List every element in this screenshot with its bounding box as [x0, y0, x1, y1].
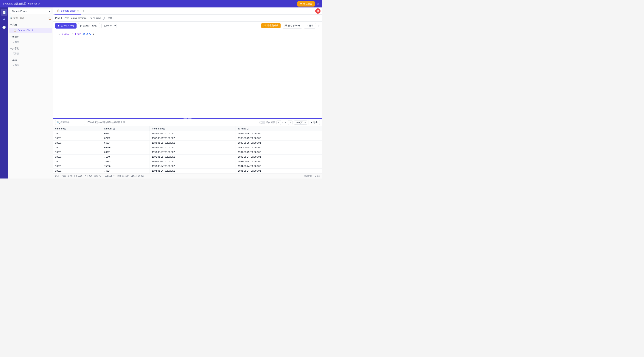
config-label: 现在配置 [303, 2, 312, 5]
code-editor[interactable]: 1 SELECT * FROM salary ; [53, 30, 322, 118]
tree-favorites-header[interactable]: ▾ 收藏的 [8, 34, 53, 40]
col-emp-no[interactable]: emp_no ⛾ [53, 126, 102, 131]
limit-select[interactable]: 1000 行 [101, 23, 116, 28]
search-input[interactable] [13, 17, 48, 19]
tree-favorites-section: ▾ 收藏的 无数据 [8, 33, 53, 45]
table-row[interactable]: 10001660741988-06-25T00:00:00Z1989-06-25… [53, 141, 322, 145]
sidebar-icon-db[interactable]: 🗄 [1, 16, 8, 23]
next-page-button[interactable]: › [288, 120, 292, 125]
explain-icon: ▶ [80, 24, 82, 27]
cell-from_date: 1988-06-25T00:00:00Z [150, 141, 236, 145]
prev-page-button[interactable]: ‹ [276, 120, 281, 125]
export-label: 导出 [313, 121, 318, 124]
code-text-1: SELECT * FROM salary ; [62, 32, 94, 35]
tree-item-sample-sheet[interactable]: 📋 Sample Sheet ··· [9, 27, 52, 33]
cell-from_date: 1990-06-25T00:00:00Z [150, 150, 236, 155]
cell-from_date: 1989-06-25T00:00:00Z [150, 145, 236, 150]
share-button[interactable]: ↗ 分享 [304, 23, 316, 28]
cell-emp_no: 10001 [53, 159, 102, 164]
resize-dot [184, 118, 187, 119]
table-row[interactable]: 10001665961989-06-25T00:00:00Z1990-06-25… [53, 145, 322, 150]
col-amount[interactable]: amount ⛾ [102, 126, 150, 131]
sheet-icon: 📋 [14, 29, 16, 31]
project-select[interactable]: Sample Project [10, 8, 51, 14]
explain-label: Explain (⌘+E) [83, 24, 98, 27]
table-row[interactable]: 10001669611990-06-25T00:00:00Z1991-06-25… [53, 150, 322, 155]
explain-button[interactable]: ▶ Explain (⌘+E) [78, 23, 100, 28]
tree-shared-header[interactable]: ▾ 共享的 [8, 46, 53, 51]
results-search-placeholder: 搜索结果 [60, 121, 70, 124]
table-row[interactable]: 10001601171986-06-26T00:00:00Z1987-06-26… [53, 131, 322, 136]
tree-shared-section: ▾ 共享的 无数据 [8, 45, 53, 57]
cell-amount: 66596 [102, 145, 150, 150]
admin-mode-button[interactable]: 🔑 管理员模式 [261, 23, 280, 28]
cell-amount: 71046 [102, 155, 150, 159]
close-button[interactable]: × [317, 2, 319, 6]
toggle-track[interactable] [259, 121, 265, 124]
connection-toolbar: Prod 🗄 Prod Sample Instance › 🗃 hr_prod … [53, 14, 322, 22]
tab-close-button[interactable]: × [77, 9, 79, 12]
save-label: 保存 (⌘+S) [288, 24, 300, 27]
table-header-row: emp_no ⛾ amount ⛾ from_date ⛾ to_date ⛾ [53, 126, 322, 131]
action-bar-right: 🔑 管理员模式 💾 保存 (⌘+S) ↗ 分享 ⤢ [261, 23, 320, 28]
code-line-1: 1 SELECT * FROM salary ; [53, 32, 322, 36]
batch-icon: ✦ [113, 17, 115, 19]
search-icon: 🔍 [10, 17, 12, 19]
vertical-toggle[interactable]: 竖向展示 [259, 121, 275, 124]
tab-sample-sheet[interactable]: 📋 Sample Sheet × [54, 7, 81, 14]
drafts-empty: 无数据 [8, 63, 53, 67]
right-content: 📋 Sample Sheet × + CT Prod 🗄 Prod Sample… [53, 7, 322, 178]
sidebar-icon-worksheet[interactable]: 📄 [1, 9, 8, 16]
db-label[interactable]: hr_prod [93, 17, 100, 19]
export-button[interactable]: ⬇ 导出 [308, 120, 320, 125]
cell-emp_no: 10001 [53, 155, 102, 159]
cell-from_date: 1987-06-26T00:00:00Z [150, 136, 236, 141]
cell-emp_no: 10001 [53, 136, 102, 141]
cell-to_date: 1991-06-25T00:00:00Z [236, 150, 322, 155]
icon-sidebar: 📄 🗄 🕐 [0, 7, 8, 178]
save-button[interactable]: 💾 保存 (⌘+S) [282, 23, 302, 28]
cell-to_date: 1993-06-24T00:00:00Z [236, 159, 322, 164]
resize-dot [188, 118, 192, 119]
chevron-icon: ▾ [10, 47, 12, 50]
shared-empty: 无数据 [8, 51, 53, 56]
new-sheet-icon[interactable]: 📋 [48, 16, 51, 19]
download-icon: ⬇ [310, 121, 312, 124]
results-search-container[interactable]: 🔍 搜索结果 [55, 120, 85, 125]
prod-label: Prod [55, 17, 60, 19]
cell-emp_no: 10001 [53, 169, 102, 173]
table-row[interactable]: 10001710461991-06-25T00:00:00Z1992-06-24… [53, 155, 322, 159]
config-button[interactable]: ⚙ 现在配置 [297, 1, 315, 6]
page-size-select[interactable]: 50 / 页 [294, 120, 307, 125]
table-row[interactable]: 10001743331992-06-24T00:00:00Z1993-06-24… [53, 159, 322, 164]
run-button[interactable]: ▶ 运行 (⌘+↵) [55, 23, 76, 28]
sheet-label: Sample Sheet [18, 29, 33, 31]
col-to-date[interactable]: to_date ⛾ [236, 126, 322, 131]
tree-shared-label: 共享的 [12, 47, 19, 50]
sql-preview: WITH result AS ( SELECT * FROM salary ) … [53, 173, 322, 178]
search-bar: 🔍 📋 [8, 15, 53, 21]
tab-add-button[interactable]: + [81, 9, 86, 13]
tree-mine-header[interactable]: ▾ 我的 [8, 22, 53, 27]
expand-button[interactable]: ⤢ [317, 24, 320, 27]
pagination: ‹ 1 / 20 › [276, 120, 292, 125]
table-row[interactable]: 10001621021987-06-26T00:00:00Z1988-06-25… [53, 136, 322, 141]
topbar: Bytebase 还没有配置 --external-url ⚙ 现在配置 × [0, 0, 322, 7]
table-row[interactable]: 10001752861993-06-24T00:00:00Z1994-06-24… [53, 164, 322, 169]
table-row[interactable]: 10001759941994-06-24T00:00:00Z1995-06-24… [53, 169, 322, 173]
cell-from_date: 1992-06-24T00:00:00Z [150, 159, 236, 164]
cell-emp_no: 10001 [53, 150, 102, 155]
query-time: 查询时间: 6 ms [304, 175, 320, 177]
instance-label[interactable]: Prod Sample Instance [64, 17, 86, 19]
info-icon[interactable]: i [102, 16, 105, 19]
cell-to_date: 1988-06-25T00:00:00Z [236, 136, 322, 141]
cell-to_date: 1990-06-25T00:00:00Z [236, 145, 322, 150]
col-from-date[interactable]: from_date ⛾ [150, 126, 236, 131]
tree-drafts-label: 草稿 [12, 58, 17, 62]
results-toolbar: 🔍 搜索结果 1000 条记录 — 到达查询结果条数上限 竖向展示 ‹ 1 / … [53, 119, 322, 126]
sidebar-icon-history[interactable]: 🕐 [1, 24, 8, 30]
run-label: 运行 (⌘+↵) [61, 24, 74, 27]
batch-button[interactable]: 批量 ✦ [106, 16, 116, 20]
tree-drafts-header[interactable]: ▾ 草稿 [8, 57, 53, 63]
share-label: 分享 [309, 24, 314, 27]
